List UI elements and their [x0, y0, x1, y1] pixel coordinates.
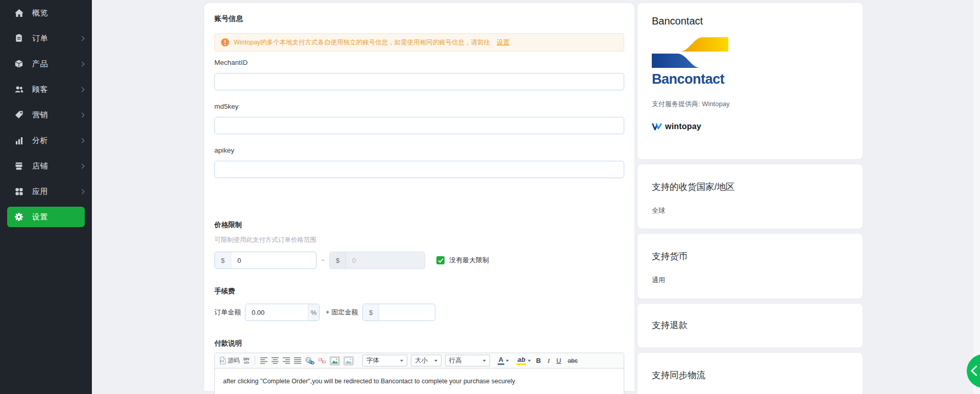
- collapse-float-button[interactable]: [967, 354, 980, 388]
- highlight-color-button[interactable]: ab: [517, 356, 531, 365]
- sidebar-item-marketing[interactable]: 营销: [0, 102, 92, 128]
- percent-fee-group: %: [245, 304, 320, 321]
- wintopay-logo: wintopay: [652, 122, 848, 131]
- currency-prefix: $: [363, 304, 379, 321]
- align-justify-button[interactable]: [294, 357, 302, 364]
- fee-title: 手续费: [214, 287, 624, 296]
- people-icon: [14, 85, 23, 94]
- chevron-down-icon: [434, 360, 437, 362]
- chevron-right-icon: [80, 138, 85, 143]
- chevron-right-icon: [80, 87, 85, 92]
- line-height-dropdown[interactable]: 行高: [445, 355, 490, 366]
- price-limit-title: 价格限制: [214, 220, 624, 230]
- chevron-down-icon: [483, 360, 486, 362]
- font-size-dropdown[interactable]: 大小: [411, 355, 442, 366]
- merchantid-input[interactable]: [214, 73, 624, 90]
- align-right-button[interactable]: [283, 357, 290, 364]
- sidebar-item-label: 店铺: [32, 161, 48, 171]
- sidebar-item-customers[interactable]: 顾客: [0, 77, 92, 102]
- source-label: 源码: [228, 356, 240, 365]
- text-color-button[interactable]: A: [498, 356, 509, 365]
- price-limit-row: $ ~ $ 没有最大限制: [214, 252, 624, 269]
- md5key-input[interactable]: [214, 117, 624, 134]
- percent-fee-input[interactable]: [246, 304, 308, 321]
- bancontact-wordmark: Bancontact: [652, 71, 848, 87]
- no-max-limit-checkbox-row[interactable]: 没有最大限制: [436, 256, 489, 265]
- sidebar-item-orders[interactable]: 订单: [0, 26, 92, 51]
- sidebar: 概览 订单 产品 顾客 营销 分析 店铺 应用 设置: [0, 0, 92, 394]
- size-dropdown-label: 大小: [415, 356, 428, 365]
- strikethrough-button[interactable]: abc: [566, 357, 579, 364]
- card-title: 支持同步物流: [652, 369, 848, 381]
- cube-icon: [14, 59, 23, 68]
- sidebar-item-settings[interactable]: 设置: [7, 207, 85, 227]
- sidebar-item-label: 应用: [32, 187, 48, 196]
- price-limit-subtitle: 可限制使用此支付方式订单价格范围: [214, 236, 624, 244]
- tag-icon: [14, 110, 23, 119]
- sidebar-item-overview[interactable]: 概览: [0, 0, 92, 26]
- card-title: 支持退款: [652, 319, 848, 331]
- chevron-right-icon: [80, 61, 85, 66]
- currency-prefix: $: [215, 252, 231, 268]
- chevron-down-icon: [528, 360, 531, 362]
- provider-card-title: Bancontact: [652, 15, 848, 27]
- storefront-icon: [14, 161, 23, 170]
- font-family-dropdown[interactable]: 字体: [362, 355, 407, 366]
- line-height-dropdown-label: 行高: [449, 356, 462, 365]
- min-price-input[interactable]: [231, 252, 316, 268]
- source-code-button[interactable]: 源码: [219, 356, 240, 365]
- range-separator: ~: [321, 257, 325, 264]
- rich-text-editor: 源码 DIV </> 字体 大小 行高 A ab B I U abc af: [214, 353, 624, 394]
- bold-button[interactable]: B: [534, 357, 542, 364]
- apikey-input[interactable]: [214, 161, 624, 178]
- scrollbar-track[interactable]: [973, 0, 980, 394]
- max-price-group: $: [329, 252, 425, 269]
- chevron-right-icon: [80, 163, 85, 168]
- apps-grid-icon: [14, 187, 23, 196]
- sidebar-item-analytics[interactable]: 分析: [0, 128, 92, 153]
- insert-image-button[interactable]: [330, 356, 340, 365]
- checkbox-checked-icon[interactable]: [436, 256, 445, 264]
- insert-link-button[interactable]: [305, 357, 314, 364]
- chevron-right-icon: [80, 36, 85, 41]
- div-label: DIV: [243, 357, 250, 361]
- fixed-fee-group: $: [362, 304, 435, 321]
- text-color-glyph: A: [498, 356, 504, 365]
- unlink-button[interactable]: [318, 357, 326, 364]
- sidebar-item-label: 顾客: [32, 85, 48, 94]
- sidebar-item-apps[interactable]: 应用: [0, 179, 92, 204]
- home-icon: [14, 8, 23, 17]
- card-value: 全球: [652, 206, 848, 215]
- gear-icon: [14, 212, 23, 221]
- no-max-limit-label[interactable]: 没有最大限制: [449, 256, 489, 265]
- editor-content[interactable]: after clicking "Complete Order",you will…: [215, 368, 624, 394]
- highlight-glyph: ab: [517, 356, 526, 365]
- fixed-fee-input[interactable]: [379, 304, 435, 321]
- align-center-button[interactable]: [272, 357, 279, 364]
- warning-text: Wintopay的多个本地支付方式各自使用独立的账号信息，如需使用相同的账号信息…: [234, 38, 490, 47]
- chevron-right-icon: [80, 112, 85, 117]
- code-glyph: </>: [244, 361, 249, 364]
- div-container-button[interactable]: DIV </>: [243, 357, 250, 364]
- insert-image-alt-button[interactable]: [344, 356, 354, 365]
- max-price-input[interactable]: [346, 252, 425, 268]
- sidebar-item-label: 设置: [32, 212, 48, 222]
- font-dropdown-label: 字体: [366, 356, 379, 365]
- md5key-label: md5key: [214, 103, 624, 110]
- sidebar-item-label: 订单: [32, 34, 48, 43]
- underline-button[interactable]: U: [555, 357, 562, 364]
- currency-prefix: $: [330, 252, 346, 268]
- card-title: 支持货币: [652, 250, 848, 262]
- provider-card: Bancontact Bancontact 支付服务提供商: Wintopay …: [638, 3, 863, 159]
- editor-toolbar: 源码 DIV </> 字体 大小 行高 A ab B I U abc: [215, 353, 624, 368]
- card-value: 通用: [652, 276, 848, 285]
- sidebar-item-label: 产品: [32, 59, 48, 69]
- min-price-group: $: [214, 252, 316, 269]
- sidebar-item-products[interactable]: 产品: [0, 51, 92, 77]
- percent-suffix: %: [308, 304, 319, 321]
- sidebar-item-store[interactable]: 店铺: [0, 153, 92, 179]
- settings-link[interactable]: 设置: [497, 38, 509, 47]
- bancontact-logo: Bancontact: [652, 37, 848, 87]
- align-left-button[interactable]: [260, 357, 268, 364]
- italic-button[interactable]: I: [546, 357, 551, 365]
